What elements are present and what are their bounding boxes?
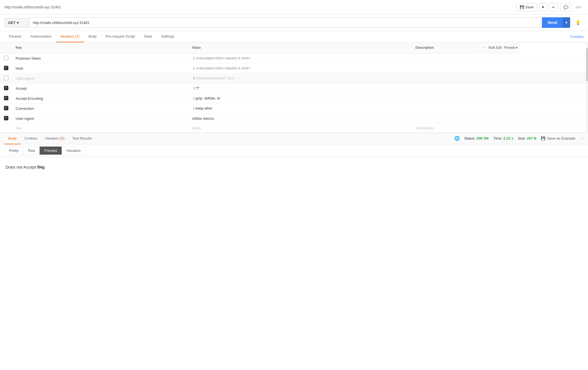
row-description[interactable]: [412, 53, 471, 63]
row-description[interactable]: [412, 63, 471, 73]
status-label: Status: 200 OK: [464, 136, 489, 140]
dots-button[interactable]: ···: [483, 45, 486, 50]
info-icon: ℹ: [193, 96, 195, 101]
col-header-check: [0, 42, 12, 53]
row-checkbox[interactable]: [4, 86, 8, 90]
row-key[interactable]: Accept: [12, 83, 189, 93]
table-row: User-Agent ℹ PostmanRuntime/7.32.2: [0, 73, 588, 83]
pencil-icon: ✏: [552, 5, 555, 9]
row-key[interactable]: Connection: [12, 103, 189, 113]
response-body: Does not Accept fl4g: [0, 157, 588, 177]
status-value: 200 OK: [477, 136, 489, 140]
row-checkbox[interactable]: [4, 66, 8, 70]
tab-headers[interactable]: Headers (7): [56, 31, 84, 42]
view-tab-pretty[interactable]: Pretty: [4, 147, 23, 155]
new-row-key[interactable]: Key: [12, 123, 189, 132]
request-tabs: Params Authorization Headers (7) Body Pr…: [4, 31, 179, 42]
row-value[interactable]: ℹ keep-alive: [189, 103, 412, 113]
row-checkbox-cell[interactable]: [0, 53, 12, 63]
row-value[interactable]: ℹ gzip, deflate, br: [189, 93, 412, 103]
method-label: GET: [8, 21, 16, 25]
row-value[interactable]: ℹ <calculated when request is sent>: [189, 53, 412, 63]
pencil-button[interactable]: ✏: [549, 3, 558, 11]
size-label: Size: 207 B: [518, 136, 536, 140]
table-row: Accept ℹ */*: [0, 83, 588, 93]
info-icon: ℹ: [193, 66, 195, 70]
tab-authorization[interactable]: Authorization: [26, 31, 56, 42]
tab-tests[interactable]: Tests: [139, 31, 157, 42]
row-description[interactable]: [412, 93, 471, 103]
comment-button[interactable]: 💬: [560, 3, 571, 11]
table-row-new: Key Value Description: [0, 123, 588, 132]
row-checkbox[interactable]: [4, 96, 8, 100]
row-key[interactable]: Accept-Encoding: [12, 93, 189, 103]
presets-button[interactable]: Presets ▾: [504, 46, 518, 50]
row-description[interactable]: [412, 113, 471, 123]
code-icon: </>: [576, 5, 581, 9]
view-tab-preview[interactable]: Preview: [40, 147, 62, 155]
headers-table-wrapper: Key Value Description ··· Bulk Edit Pres…: [0, 42, 588, 133]
comment-icon: 💬: [563, 5, 568, 9]
row-value[interactable]: ℹ <calculated when request is sent>: [189, 63, 412, 73]
col-header-actions: ··· Bulk Edit Presets ▾: [471, 42, 521, 53]
view-tab-raw[interactable]: Raw: [23, 147, 40, 155]
time-label: Time: 2.23 s: [493, 136, 513, 140]
table-row: User-Agent n00bz-4dm1n: [0, 113, 588, 123]
url-bar: GET ▾ Send ▾ 💡: [0, 14, 588, 31]
size-value: 207 B: [527, 136, 537, 140]
method-selector[interactable]: GET ▾: [4, 18, 30, 27]
tab-body[interactable]: Body: [84, 31, 101, 42]
request-tabs-bar: Params Authorization Headers (7) Body Pr…: [0, 31, 588, 42]
new-row-description[interactable]: Description: [412, 123, 471, 132]
cookies-link[interactable]: Cookies: [570, 35, 584, 39]
url-input[interactable]: [30, 17, 542, 28]
time-value: 2.23 s: [503, 136, 513, 140]
row-value[interactable]: n00bz-4dm1n: [189, 113, 412, 123]
info-icon: ℹ: [193, 56, 195, 60]
response-tab-headers[interactable]: Headers (5): [42, 133, 69, 144]
presets-chevron-icon: ▾: [516, 46, 517, 50]
row-key[interactable]: User-Agent: [12, 113, 189, 123]
lightbulb-button[interactable]: 💡: [572, 18, 584, 27]
scrollbar-thumb[interactable]: [586, 48, 588, 81]
view-tab-visualize[interactable]: Visualize: [62, 147, 86, 155]
response-tab-body[interactable]: Body: [4, 133, 21, 144]
row-description[interactable]: [412, 73, 471, 83]
info-icon: ℹ: [193, 76, 195, 81]
row-key[interactable]: Postman-Token: [12, 53, 189, 63]
bulk-edit-button[interactable]: Bulk Edit: [489, 46, 502, 50]
row-description[interactable]: [412, 83, 471, 93]
info-icon: ℹ: [193, 106, 195, 111]
row-description[interactable]: [412, 103, 471, 113]
table-row: Host ℹ <calculated when request is sent>: [0, 63, 588, 73]
response-tabs: Body Cookies Headers (5) Test Results: [4, 133, 96, 144]
response-bar: Body Cookies Headers (5) Test Results 🌐 …: [0, 133, 588, 144]
response-tab-test-results[interactable]: Test Results: [68, 133, 96, 144]
new-row-value[interactable]: Value: [189, 123, 412, 132]
response-tab-cookies[interactable]: Cookies: [21, 133, 42, 144]
row-checkbox[interactable]: [4, 116, 8, 120]
table-row: Accept-Encoding ℹ gzip, deflate, br: [0, 93, 588, 103]
row-value[interactable]: ℹ PostmanRuntime/7.32.2: [189, 73, 412, 83]
row-key[interactable]: User-Agent: [12, 73, 189, 83]
tab-params[interactable]: Params: [4, 31, 26, 42]
row-checkbox[interactable]: [4, 106, 8, 110]
tab-pre-request-script[interactable]: Pre-request Script: [101, 31, 139, 42]
more-options-button[interactable]: ···: [580, 136, 584, 141]
save-button[interactable]: 💾 Save: [516, 3, 537, 11]
row-checkbox[interactable]: [4, 76, 8, 80]
request-title: http://challs.n00bzunit3d.xyz:31401: [4, 5, 61, 9]
col-header-value: Value: [189, 42, 412, 53]
scrollbar-track[interactable]: [586, 42, 588, 133]
save-icon: 💾: [541, 136, 545, 140]
chevron-down-icon: ▾: [542, 5, 544, 9]
code-button[interactable]: </>: [574, 3, 584, 11]
send-button[interactable]: Send: [542, 17, 563, 28]
row-key[interactable]: Host: [12, 63, 189, 73]
tab-settings[interactable]: Settings: [157, 31, 179, 42]
row-value[interactable]: ℹ */*: [189, 83, 412, 93]
save-chevron-button[interactable]: ▾: [540, 3, 546, 11]
row-checkbox[interactable]: [4, 56, 8, 60]
send-chevron-button[interactable]: ▾: [563, 17, 570, 28]
save-example-button[interactable]: 💾 Save as Example: [541, 136, 575, 140]
